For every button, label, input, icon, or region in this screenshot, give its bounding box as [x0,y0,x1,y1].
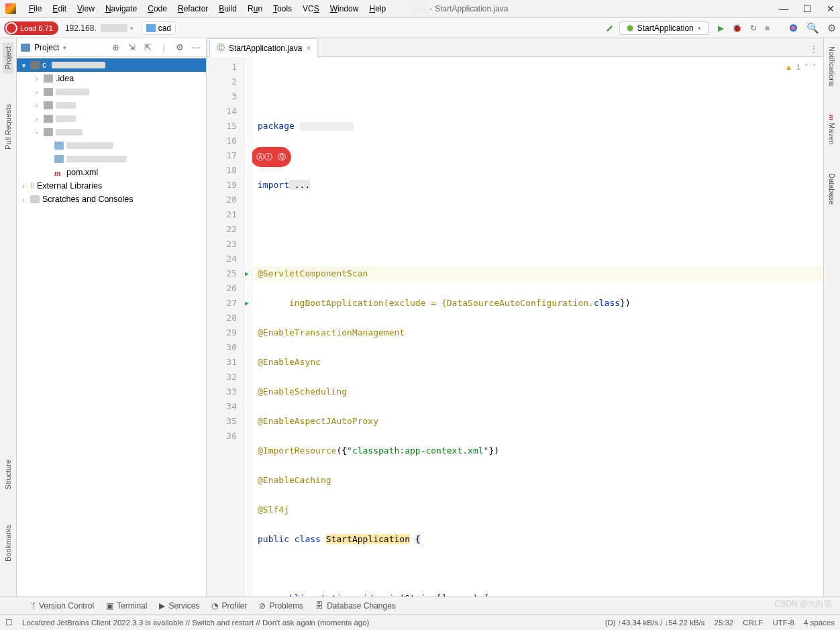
ai-assistant-badge[interactable]: ⒶⒾⓆ [252,147,291,167]
inspection-widget[interactable]: ▲ 1 ˄ ˅ [785,60,817,74]
java-class-icon: Ⓒ [217,42,225,54]
settings-icon[interactable]: ⚙ [827,22,836,34]
services-icon: ▶ [159,601,165,611]
breadcrumb[interactable]: cad [142,21,176,35]
tree-pom[interactable]: mpom.xml [17,166,206,179]
tree-item[interactable]: › [17,112,206,125]
project-panel: Project ▾ ⊕ ⇲ ⇱ | ⚙ — ▾c ›.idea › › › › … [17,38,207,596]
right-tab-database[interactable]: Database [827,169,837,209]
left-tool-strip: Project Pull Requests Structure Bookmark… [0,38,17,596]
status-window-icon[interactable]: ☐ [5,618,13,627]
next-highlight-icon[interactable]: ˅ [812,60,817,74]
ip-blur [101,24,127,32]
terminal-icon: ▣ [106,601,113,611]
build-hammer-icon[interactable] [605,23,615,33]
breadcrumb-label: cad [158,23,171,33]
tree-root[interactable]: ▾c [17,58,206,72]
scratch-icon [30,195,40,203]
prev-highlight-icon[interactable]: ˄ [804,60,808,74]
file-icon [54,142,64,150]
menu-vcs[interactable]: VCS [298,2,324,15]
menu-refactor[interactable]: Refactor [173,2,213,15]
stop-button[interactable]: ■ [765,23,770,33]
left-tab-structure[interactable]: Structure [3,456,13,494]
window-close-button[interactable]: ✕ [827,3,835,14]
left-tab-pull-requests[interactable]: Pull Requests [3,100,13,154]
bottom-profiler[interactable]: ◔Profiler [211,601,247,611]
menu-file[interactable]: File [24,2,46,15]
bottom-problems[interactable]: ⊘Problems [259,601,303,611]
libs-icon: ⫴ [30,181,34,191]
project-tree[interactable]: ▾c ›.idea › › › › mpom.xml ›⫴External Li… [17,57,206,596]
status-line-ending[interactable]: CRLF [743,619,763,627]
right-tab-notifications[interactable]: Notifications [827,42,837,91]
run-button[interactable]: ▶ [718,23,724,33]
spring-icon: ⬢ [627,23,633,33]
expand-all-icon[interactable]: ⇲ [125,42,138,52]
run-configuration-dropdown[interactable]: ⬢ StartApplication ▾ [619,21,708,35]
folder-icon [146,24,156,32]
menu-code[interactable]: Code [143,2,172,15]
menu-build[interactable]: Build [214,2,242,15]
debug-button[interactable]: 🐞 [732,23,742,33]
tree-item[interactable]: › [17,85,206,99]
status-message[interactable]: Localized JetBrains Client 2022.3.3 is a… [22,619,369,627]
tree-scratches[interactable]: ›Scratches and Consoles [17,193,206,206]
tab-menu-icon[interactable]: ⋮ [804,42,823,56]
close-tab-icon[interactable]: × [306,44,311,53]
status-encoding[interactable]: UTF-8 [772,619,794,627]
codewithme-icon[interactable] [788,23,798,33]
tree-item[interactable]: ›.idea [17,72,206,85]
search-icon[interactable]: 🔍 [806,22,819,34]
window-minimize-button[interactable]: — [779,3,788,14]
bottom-database-changes[interactable]: 🗄Database Changes [315,601,396,611]
run-config-label: StartApplication [637,23,694,33]
status-cursor-position[interactable]: 25:32 [715,619,734,627]
coverage-button[interactable]: ↻ [750,23,757,33]
select-opened-file-icon[interactable]: ⊕ [109,42,121,52]
status-network: (D) ↑43.34 kB/s / ↓54.22 kB/s [605,619,705,627]
menu-edit[interactable]: Edit [48,2,71,15]
bottom-services[interactable]: ▶Services [159,601,199,611]
profiler-icon: ◔ [211,601,218,611]
tree-item[interactable] [17,152,206,166]
bottom-terminal[interactable]: ▣Terminal [106,601,147,611]
window-maximize-button[interactable]: ☐ [803,3,812,14]
tree-item[interactable]: › [17,99,206,112]
status-bar: ☐ Localized JetBrains Client 2022.3.3 is… [0,614,840,630]
right-tab-maven[interactable]: m Maven [827,111,837,149]
hide-panel-icon[interactable]: — [190,42,202,52]
tree-item[interactable] [17,139,206,152]
file-icon [54,155,64,163]
line-number-gutter: 1 2 3 14 15 16 17 18 19 20 21 22 23 24 2… [207,57,244,596]
folder-icon [44,128,53,136]
editor-tabbar: Ⓒ StartApplication.java × ⋮ [207,38,823,57]
tree-item[interactable]: › [17,125,206,139]
left-tab-project[interactable]: Project [3,42,13,73]
folder-icon [44,101,53,109]
right-tool-strip: Notifications m Maven Database [823,38,840,596]
code-area[interactable]: 1 2 3 14 15 16 17 18 19 20 21 22 23 24 2… [207,57,823,596]
menu-window[interactable]: Window [325,2,364,15]
menu-help[interactable]: Help [364,2,390,15]
editor-tab[interactable]: Ⓒ StartApplication.java × [209,38,318,57]
warning-icon: ▲ [785,60,792,74]
menu-view[interactable]: View [72,2,99,15]
menu-tools[interactable]: Tools [268,2,297,15]
project-title: Project [34,43,59,52]
bottom-tool-bar: ᛘVersion Control ▣Terminal ▶Services ◔Pr… [0,596,840,614]
editor-tab-label: StartApplication.java [229,44,302,53]
folder-icon [30,61,40,69]
ip-address: 192.168. [65,23,97,33]
code-content[interactable]: ▲ 1 ˄ ˅ ⒶⒾⓆ package import ... @ServletC… [252,57,823,596]
left-tab-bookmarks[interactable]: Bookmarks [3,521,13,566]
bottom-version-control[interactable]: ᛘVersion Control [31,601,94,611]
status-indent[interactable]: 4 spaces [804,619,835,627]
app-logo [5,3,16,14]
collapse-all-icon[interactable]: ⇱ [142,42,154,52]
menu-navigate[interactable]: Navigate [101,2,142,15]
panel-settings-icon[interactable]: ⚙ [174,42,186,52]
folder-icon [44,115,53,123]
menu-run[interactable]: Run [243,2,267,15]
tree-external-libs[interactable]: ›⫴External Libraries [17,179,206,193]
